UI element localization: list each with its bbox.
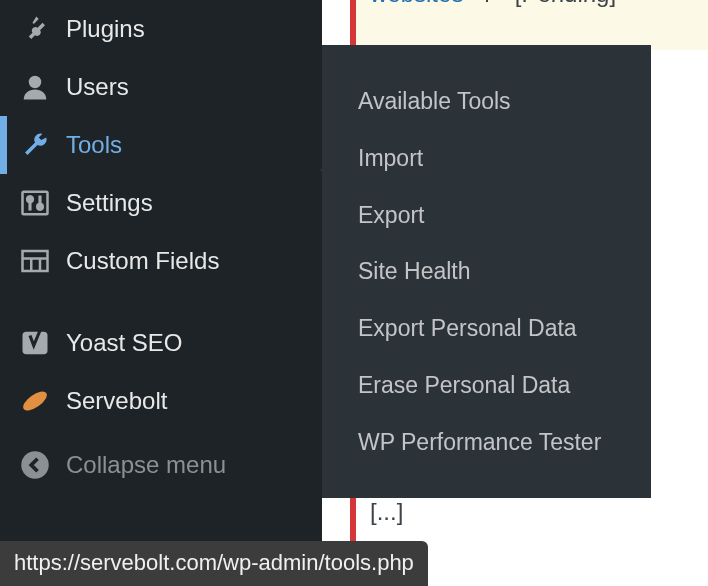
submenu-export-personal-data[interactable]: Export Personal Data bbox=[322, 300, 651, 357]
sidebar-item-label: Users bbox=[66, 73, 129, 101]
ellipsis: [...] bbox=[370, 498, 403, 525]
submenu-wp-performance-tester[interactable]: WP Performance Tester bbox=[322, 414, 651, 471]
sidebar-item-yoast-seo[interactable]: Yoast SEO bbox=[0, 314, 322, 372]
sidebar-item-users[interactable]: Users bbox=[0, 58, 322, 116]
sidebar-item-label: Collapse menu bbox=[66, 451, 226, 479]
servebolt-icon bbox=[20, 386, 50, 416]
plug-icon bbox=[20, 14, 50, 44]
sidebar-item-settings[interactable]: Settings bbox=[0, 174, 322, 232]
sidebar-item-label: Tools bbox=[66, 131, 122, 159]
sidebar-item-label: Custom Fields bbox=[66, 247, 219, 275]
sidebar-item-label: Settings bbox=[66, 189, 153, 217]
submenu-available-tools[interactable]: Available Tools bbox=[322, 73, 651, 130]
svg-rect-7 bbox=[23, 251, 48, 271]
user-icon bbox=[20, 72, 50, 102]
svg-point-13 bbox=[21, 451, 49, 479]
sliders-icon bbox=[20, 188, 50, 218]
submenu-export[interactable]: Export bbox=[322, 187, 651, 244]
pending-label: [Pending] bbox=[515, 0, 616, 7]
sidebar-item-plugins[interactable]: Plugins bbox=[0, 0, 322, 58]
svg-point-6 bbox=[38, 204, 43, 209]
submenu-site-health[interactable]: Site Health bbox=[322, 243, 651, 300]
sidebar-item-label: Servebolt bbox=[66, 387, 167, 415]
svg-point-1 bbox=[29, 76, 42, 89]
collapse-icon bbox=[20, 450, 50, 480]
sidebar-item-label: Plugins bbox=[66, 15, 145, 43]
wrench-icon bbox=[20, 130, 50, 160]
tools-submenu: Available Tools Import Export Site Healt… bbox=[322, 45, 651, 498]
flag-icon bbox=[482, 0, 508, 8]
sidebar-collapse[interactable]: Collapse menu bbox=[0, 436, 322, 494]
flyout-pointer bbox=[320, 156, 334, 184]
svg-rect-2 bbox=[23, 192, 48, 215]
yoast-icon bbox=[20, 328, 50, 358]
submenu-erase-personal-data[interactable]: Erase Personal Data bbox=[322, 357, 651, 414]
grid-icon bbox=[20, 246, 50, 276]
sidebar-item-tools[interactable]: Tools bbox=[0, 116, 322, 174]
browser-status-bar: https://servebolt.com/wp-admin/tools.php bbox=[0, 541, 428, 586]
sidebar-item-custom-fields[interactable]: Custom Fields bbox=[0, 232, 322, 290]
svg-point-4 bbox=[28, 197, 33, 202]
sidebar-item-servebolt[interactable]: Servebolt bbox=[0, 372, 322, 430]
highlighted-row: websites [Pending] bbox=[350, 0, 708, 50]
link-websites[interactable]: websites bbox=[370, 0, 463, 7]
admin-sidebar: Plugins Users Tools Settings bbox=[0, 0, 322, 586]
sidebar-item-label: Yoast SEO bbox=[66, 329, 183, 357]
svg-point-12 bbox=[20, 388, 50, 414]
submenu-import[interactable]: Import bbox=[322, 130, 651, 187]
